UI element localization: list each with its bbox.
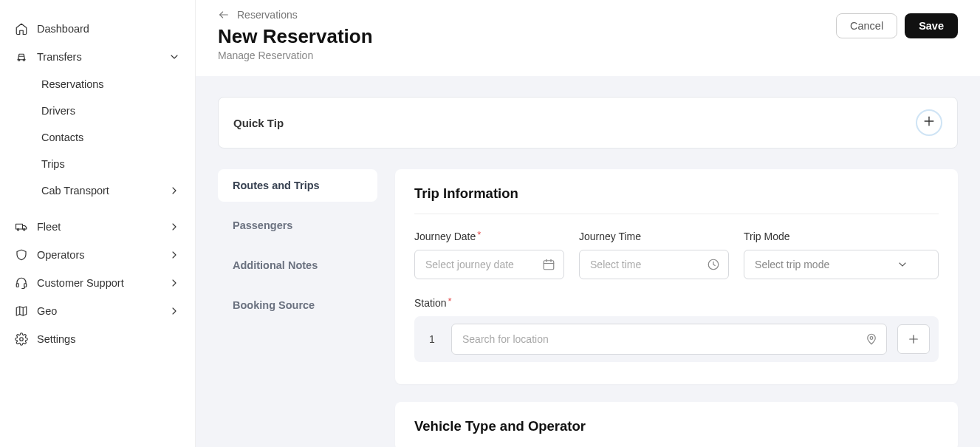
plus-icon [922, 114, 936, 132]
car-icon [15, 50, 28, 64]
trip-mode-select[interactable]: Select trip mode [744, 250, 939, 279]
svg-rect-6 [24, 284, 27, 287]
sidebar-item-label: Reservations [41, 78, 104, 90]
content-area: Quick Tip Routes and Trips Passengers Ad… [196, 76, 980, 447]
chevron-right-icon [168, 185, 180, 197]
chevron-down-icon [168, 51, 180, 63]
home-icon [15, 22, 28, 35]
sidebar-item-label: Settings [37, 333, 75, 345]
svg-point-10 [20, 338, 24, 341]
breadcrumb-label: Reservations [237, 9, 298, 21]
breadcrumb[interactable]: Reservations [218, 9, 836, 21]
svg-rect-14 [544, 261, 554, 270]
sidebar-item-label: Cab Transport [41, 185, 109, 197]
journey-time-label: Journey Time [579, 231, 729, 242]
tab-additional-notes[interactable]: Additional Notes [218, 249, 377, 281]
chevron-down-icon [897, 259, 908, 270]
journey-date-label: Journey Date* [414, 231, 564, 242]
sidebar-item-label: Geo [37, 305, 57, 317]
page-header: Reservations New Reservation Manage Rese… [196, 0, 980, 76]
main: Reservations New Reservation Manage Rese… [196, 0, 980, 447]
trip-mode-label: Trip Mode [744, 231, 939, 242]
svg-marker-7 [16, 307, 27, 315]
chevron-right-icon [168, 249, 180, 261]
sidebar-item-drivers[interactable]: Drivers [0, 98, 195, 124]
vehicle-type-panel: Vehicle Type and Operator [395, 402, 958, 447]
truck-icon [15, 220, 28, 233]
tab-passengers[interactable]: Passengers [218, 209, 377, 242]
sidebar-item-label: Dashboard [37, 23, 89, 35]
station-number: 1 [423, 333, 441, 345]
page-title: New Reservation [218, 25, 836, 48]
svg-rect-5 [16, 284, 18, 287]
quick-tip-title: Quick Tip [233, 117, 284, 129]
chevron-right-icon [168, 221, 180, 233]
map-icon [15, 304, 28, 318]
add-station-button[interactable] [897, 324, 930, 354]
sidebar-item-customer-support[interactable]: Customer Support [0, 269, 195, 297]
panel-title: Vehicle Type and Operator [414, 418, 939, 434]
quick-tip-expand-button[interactable] [916, 109, 942, 136]
page-subtitle: Manage Reservation [218, 50, 836, 61]
sidebar-item-label: Trips [41, 158, 65, 170]
sidebar-item-cab-transport[interactable]: Cab Transport [0, 177, 195, 204]
sidebar-item-fleet[interactable]: Fleet [0, 213, 195, 241]
shield-icon [15, 248, 28, 262]
sidebar-item-label: Drivers [41, 105, 75, 117]
tab-booking-source[interactable]: Booking Source [218, 289, 377, 321]
panel-title: Trip Information [414, 185, 939, 214]
chevron-right-icon [168, 305, 180, 317]
sidebar-item-label: Customer Support [37, 277, 124, 289]
tab-routes-and-trips[interactable]: Routes and Trips [218, 169, 377, 202]
sidebar-item-trips[interactable]: Trips [0, 151, 195, 177]
sidebar-item-contacts[interactable]: Contacts [0, 124, 195, 151]
calendar-icon [542, 258, 555, 271]
sidebar-item-operators[interactable]: Operators [0, 241, 195, 269]
plus-icon [907, 332, 920, 346]
cancel-button[interactable]: Cancel [836, 13, 897, 38]
arrow-left-icon [218, 9, 230, 21]
save-button[interactable]: Save [905, 13, 958, 38]
sidebar-item-geo[interactable]: Geo [0, 297, 195, 325]
svg-rect-2 [16, 224, 23, 229]
gear-icon [15, 332, 28, 346]
station-location-input[interactable] [451, 324, 887, 355]
trip-mode-placeholder: Select trip mode [755, 259, 829, 270]
sidebar-item-transfers[interactable]: Transfers [0, 43, 195, 71]
svg-point-19 [870, 337, 873, 340]
clock-icon [707, 258, 720, 271]
svg-point-3 [17, 229, 18, 231]
form-side-tabs: Routes and Trips Passengers Additional N… [218, 169, 377, 321]
pin-icon [865, 332, 878, 346]
headset-icon [15, 276, 28, 290]
transfers-subnav: Reservations Drivers Contacts Trips Cab … [0, 71, 195, 204]
sidebar-item-dashboard[interactable]: Dashboard [0, 15, 195, 43]
sidebar-item-label: Contacts [41, 132, 83, 143]
sidebar-item-label: Fleet [37, 221, 61, 233]
station-label: Station* [414, 297, 939, 309]
sidebar-item-reservations[interactable]: Reservations [0, 71, 195, 98]
sidebar-item-settings[interactable]: Settings [0, 325, 195, 353]
sidebar-item-label: Operators [37, 249, 84, 261]
chevron-right-icon [168, 277, 180, 289]
trip-information-panel: Trip Information Journey Date* Journey [395, 169, 958, 384]
station-row: 1 [414, 316, 939, 362]
quick-tip-panel: Quick Tip [218, 97, 958, 149]
sidebar-item-label: Transfers [37, 51, 82, 63]
svg-point-4 [24, 229, 25, 231]
sidebar: Dashboard Transfers Reservations Drivers… [0, 0, 196, 447]
